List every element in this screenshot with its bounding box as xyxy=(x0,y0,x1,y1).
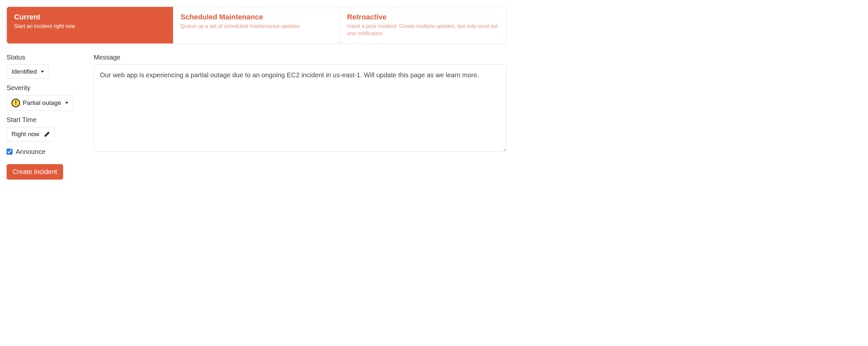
pencil-icon xyxy=(44,131,50,137)
message-label: Message xyxy=(94,54,506,61)
create-incident-button[interactable]: Create Incident xyxy=(7,164,63,180)
status-dropdown[interactable]: Identified xyxy=(7,64,49,79)
severity-value: Partial outage xyxy=(23,99,61,107)
tab-current[interactable]: Current Start an incident right now xyxy=(7,7,173,44)
status-field-group: Status Identified xyxy=(7,54,84,79)
status-label: Status xyxy=(7,54,84,61)
start-time-field-group: Start Time Right now xyxy=(7,116,84,141)
tab-title: Scheduled Maintenance xyxy=(181,13,332,21)
tab-title: Retroactive xyxy=(347,13,499,21)
form-right-column: Message xyxy=(94,54,506,180)
tab-desc: Insert a prior incident. Create multiple… xyxy=(347,23,499,37)
announce-label: Announce xyxy=(16,148,45,155)
status-value: Identified xyxy=(11,68,37,75)
start-time-button[interactable]: Right now xyxy=(7,127,55,141)
caret-down-icon xyxy=(41,71,44,73)
caret-down-icon xyxy=(65,102,68,104)
announce-checkbox[interactable] xyxy=(7,149,12,154)
form-left-column: Status Identified Severity ! Partial out… xyxy=(7,54,84,180)
incident-form: Status Identified Severity ! Partial out… xyxy=(7,54,506,180)
tab-desc: Start an incident right now xyxy=(14,23,166,30)
tab-desc: Queue up a set of scheduled maintenance … xyxy=(181,23,332,30)
severity-field-group: Severity ! Partial outage xyxy=(7,84,84,111)
incident-type-tabs: Current Start an incident right now Sche… xyxy=(7,7,506,44)
announce-field-group: Announce xyxy=(7,148,84,155)
message-textarea[interactable] xyxy=(94,64,506,152)
tab-title: Current xyxy=(14,13,166,21)
start-time-label: Start Time xyxy=(7,116,84,124)
tab-retroactive[interactable]: Retroactive Insert a prior incident. Cre… xyxy=(340,7,506,44)
tab-scheduled-maintenance[interactable]: Scheduled Maintenance Queue up a set of … xyxy=(173,7,340,44)
severity-dropdown[interactable]: ! Partial outage xyxy=(7,95,73,111)
warning-icon: ! xyxy=(11,99,20,107)
start-time-value: Right now xyxy=(11,131,39,138)
severity-label: Severity xyxy=(7,84,84,92)
